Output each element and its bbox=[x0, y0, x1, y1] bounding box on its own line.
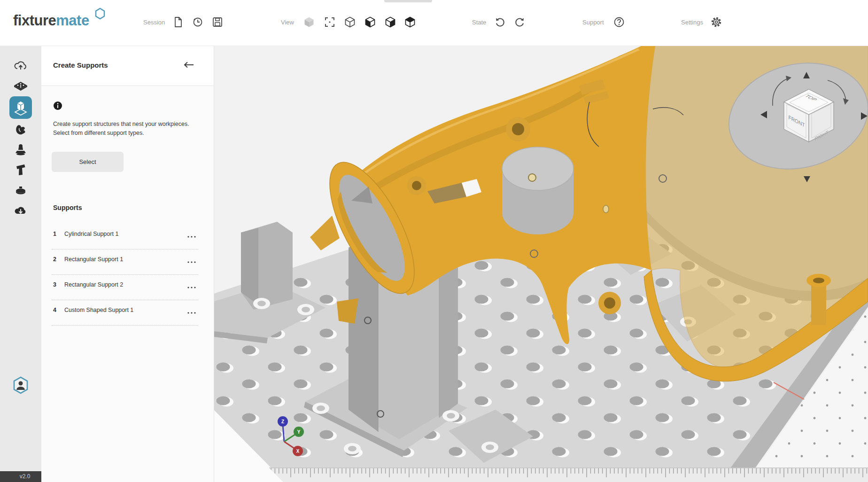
support-index: 4 bbox=[53, 307, 56, 313]
save-session-button[interactable] bbox=[211, 16, 224, 28]
top-bar: fixturemate Session View bbox=[0, 0, 868, 46]
panel-back-button[interactable] bbox=[182, 60, 194, 70]
probe-support-icon bbox=[13, 142, 28, 157]
supports-heading: Supports bbox=[53, 204, 82, 211]
counterbore-hole bbox=[344, 443, 361, 454]
counterbore-hole bbox=[442, 410, 459, 421]
tool-probe-supports[interactable] bbox=[11, 140, 30, 159]
tool-baseplate[interactable] bbox=[11, 77, 30, 96]
view-group-label: View bbox=[281, 19, 294, 26]
support-list-item[interactable]: 3 Rectangular Support 2 bbox=[52, 275, 198, 300]
gear-icon bbox=[710, 16, 722, 28]
account-hexagon-icon bbox=[12, 376, 30, 395]
row-menu-button[interactable] bbox=[187, 257, 196, 265]
fit-to-screen-icon bbox=[324, 16, 336, 28]
session-history-button[interactable] bbox=[192, 16, 204, 28]
support-group-label: Support bbox=[582, 19, 604, 26]
support-list-item[interactable]: 2 Rectangular Support 1 bbox=[52, 249, 198, 275]
isometric-view-button[interactable] bbox=[344, 16, 356, 28]
support-on-plate-icon bbox=[13, 100, 29, 116]
support-list-item[interactable]: 1 Cylindrical Support 1 bbox=[52, 224, 198, 249]
tool-create-supports[interactable] bbox=[9, 96, 32, 119]
redo-button[interactable] bbox=[514, 16, 526, 28]
supports-list: 1 Cylindrical Support 1 2 Rectangular Su… bbox=[52, 224, 198, 326]
support-list-item[interactable]: 4 Custom Shaped Support 1 bbox=[52, 300, 198, 326]
baseplate-icon bbox=[13, 78, 29, 94]
row-menu-button[interactable] bbox=[187, 282, 196, 291]
tool-clamps[interactable] bbox=[11, 160, 30, 179]
x-axis-label: X bbox=[296, 449, 300, 454]
account-button[interactable] bbox=[11, 376, 30, 395]
description-line-2: Select from different support types. bbox=[53, 129, 199, 138]
save-floppy-icon bbox=[211, 16, 224, 28]
support-cylinder bbox=[502, 147, 574, 234]
left-view-button[interactable] bbox=[364, 16, 376, 28]
right-view-button[interactable] bbox=[384, 16, 396, 28]
tool-base-features[interactable] bbox=[11, 181, 30, 200]
viewport-3d-canvas[interactable]: TOP FRONT RIGHT Z Y X bbox=[214, 46, 868, 482]
tool-export[interactable] bbox=[11, 201, 30, 219]
document-icon bbox=[172, 16, 184, 28]
state-group-label: State bbox=[472, 19, 486, 26]
counterbore-hole bbox=[253, 298, 270, 309]
ellipsis-icon bbox=[187, 286, 196, 289]
tool-rail: v2.0 bbox=[0, 46, 42, 482]
cloud-upload-icon bbox=[13, 58, 28, 73]
app-logo: fixturemate bbox=[13, 12, 89, 29]
logo-text-mate: mate bbox=[56, 12, 89, 29]
session-group-label: Session bbox=[143, 19, 165, 26]
question-mark-icon bbox=[613, 16, 625, 28]
plate-ruler-edge bbox=[269, 468, 868, 482]
info-icon[interactable] bbox=[53, 101, 62, 112]
shaped-support-icon bbox=[13, 123, 28, 138]
panel-title: Create Supports bbox=[53, 61, 108, 69]
ellipsis-icon bbox=[187, 261, 196, 264]
cloud-download-icon bbox=[13, 202, 28, 218]
support-label: Rectangular Support 2 bbox=[64, 281, 123, 288]
settings-button[interactable] bbox=[710, 16, 722, 28]
fit-view-button[interactable] bbox=[324, 16, 336, 28]
top-view-button[interactable] bbox=[404, 16, 416, 28]
row-menu-button[interactable] bbox=[187, 308, 196, 316]
cube-top-face-icon bbox=[404, 16, 416, 28]
support-label: Rectangular Support 1 bbox=[64, 256, 123, 263]
disc-feature-icon bbox=[13, 183, 28, 198]
history-clock-icon bbox=[192, 16, 204, 28]
ellipsis-icon bbox=[187, 235, 196, 238]
tool-import-workpiece[interactable] bbox=[11, 56, 30, 75]
select-button[interactable]: Select bbox=[52, 152, 124, 172]
support-label: Cylindrical Support 1 bbox=[64, 231, 118, 237]
support-index: 3 bbox=[53, 281, 56, 288]
panel-description: Create support structures that nest your… bbox=[53, 120, 199, 138]
cube-right-face-icon bbox=[384, 16, 396, 28]
description-line-1: Create support structures that nest your… bbox=[53, 120, 199, 129]
undo-icon bbox=[494, 16, 506, 28]
solid-cube-icon bbox=[303, 16, 315, 28]
y-axis-label: Y bbox=[297, 429, 301, 435]
back-arrow-icon bbox=[182, 60, 194, 70]
settings-group-label: Settings bbox=[681, 19, 703, 26]
logo-text-fixture: fixture bbox=[13, 12, 56, 29]
row-menu-button[interactable] bbox=[187, 232, 196, 240]
clamp-icon bbox=[13, 162, 28, 177]
new-session-button[interactable] bbox=[172, 16, 184, 28]
support-index: 2 bbox=[53, 256, 56, 263]
counterbore-hole bbox=[481, 442, 498, 453]
logo-hexagon-icon bbox=[94, 8, 106, 20]
help-button[interactable] bbox=[613, 16, 625, 28]
window-drag-tab bbox=[384, 0, 432, 2]
version-text: v2.0 bbox=[20, 473, 31, 480]
support-index: 1 bbox=[53, 231, 56, 237]
counterbore-hole bbox=[297, 304, 314, 315]
shaded-view-button[interactable] bbox=[303, 16, 315, 28]
undo-button[interactable] bbox=[494, 16, 506, 28]
ellipsis-icon bbox=[187, 311, 196, 314]
tool-custom-supports[interactable] bbox=[11, 121, 30, 140]
wireframe-cube-icon bbox=[344, 16, 356, 28]
support-label: Custom Shaped Support 1 bbox=[64, 307, 133, 313]
cube-left-face-icon bbox=[364, 16, 376, 28]
create-supports-panel: Create Supports Create support structure… bbox=[41, 46, 214, 482]
z-axis-label: Z bbox=[281, 419, 284, 424]
redo-icon bbox=[514, 16, 526, 28]
panel-header: Create Supports bbox=[41, 46, 214, 86]
